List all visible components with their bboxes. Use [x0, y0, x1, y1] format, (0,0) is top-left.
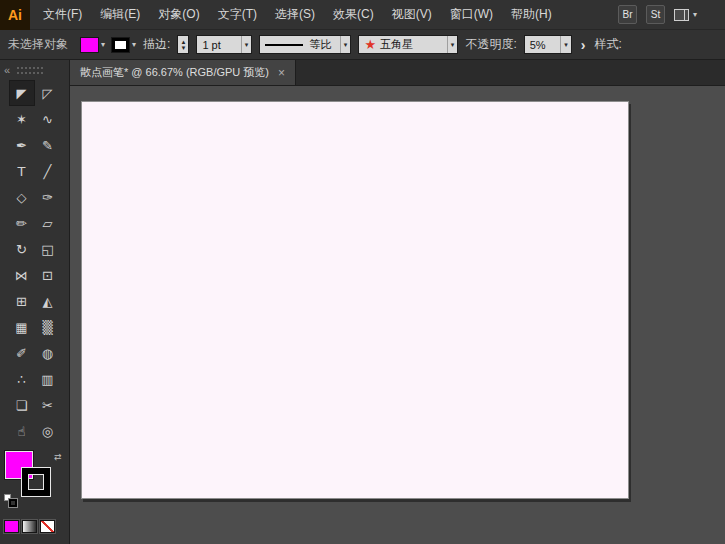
collapse-panel-icon[interactable]: « [4, 65, 10, 76]
line-segment-tool[interactable]: ╱ [35, 158, 61, 184]
chevron-down-icon: ▾ [101, 40, 105, 49]
menu-items: 文件(F)编辑(E)对象(O)文字(T)选择(S)效果(C)视图(V)窗口(W)… [34, 0, 561, 29]
scale-tool-icon: ◱ [41, 243, 53, 256]
brush-name: 五角星 [380, 37, 413, 52]
eraser-tool-icon: ▱ [43, 217, 53, 230]
stroke-color-swatch-small [112, 38, 129, 52]
stroke-color-picker[interactable]: ▾ [112, 38, 136, 52]
paint-mode-buttons [0, 512, 69, 533]
swap-colors-icon[interactable]: ⇄ [54, 452, 62, 462]
shaper-tool[interactable]: ✏ [9, 210, 35, 236]
column-graph-tool[interactable]: ▥ [35, 366, 61, 392]
menu-item-6[interactable]: 效果(C) [324, 0, 383, 29]
type-tool[interactable]: T [9, 158, 35, 184]
width-tool-icon: ⋈ [15, 269, 28, 282]
menu-bar: Ai 文件(F)编辑(E)对象(O)文字(T)选择(S)效果(C)视图(V)窗口… [0, 0, 725, 30]
tool-grid: ◤◸✶∿✒✎T╱◇✑✏▱↻◱⋈⊡⊞◭▦▒✐◍∴▥❏✂☝◎ [0, 80, 69, 444]
default-colors-icon[interactable] [4, 494, 18, 508]
mesh-tool[interactable]: ▦ [9, 314, 35, 340]
artboard[interactable] [81, 101, 629, 499]
pasteboard[interactable] [70, 86, 725, 544]
rotate-tool-icon: ↻ [16, 243, 27, 256]
column-graph-tool-icon: ▥ [41, 373, 53, 386]
shape-builder-tool[interactable]: ⊞ [9, 288, 35, 314]
gradient-tool[interactable]: ▒ [35, 314, 61, 340]
eraser-tool[interactable]: ▱ [35, 210, 61, 236]
width-profile-value: 等比 [309, 37, 331, 52]
magic-wand-tool[interactable]: ✶ [9, 106, 35, 132]
stroke-width-combo[interactable]: 1 pt ▾ [196, 35, 252, 54]
polygon-shape-tool[interactable]: ◇ [9, 184, 35, 210]
direct-selection-tool-icon: ◸ [43, 87, 53, 100]
tools-panel-header: « [0, 60, 69, 80]
opacity-combo[interactable]: 5% ▾ [524, 35, 572, 54]
selection-tool[interactable]: ◤ [9, 80, 35, 106]
eyedropper-tool-icon: ✐ [16, 347, 27, 360]
polygon-shape-tool-icon: ◇ [17, 191, 27, 204]
main-area: « ◤◸✶∿✒✎T╱◇✑✏▱↻◱⋈⊡⊞◭▦▒✐◍∴▥❏✂☝◎ ⇄ 散点画笔* @… [0, 60, 725, 544]
menu-item-4[interactable]: 文字(T) [209, 0, 266, 29]
chevron-down-icon: ▾ [693, 10, 697, 19]
chevron-down-icon: ▾ [560, 36, 571, 53]
symbol-sprayer-tool[interactable]: ∴ [9, 366, 35, 392]
menu-item-8[interactable]: 窗口(W) [441, 0, 502, 29]
stroke-color-swatch[interactable] [22, 468, 50, 496]
menu-item-5[interactable]: 选择(S) [266, 0, 324, 29]
workspace-switcher[interactable]: ▾ [674, 9, 697, 21]
slice-tool[interactable]: ✂ [35, 392, 61, 418]
blend-tool-icon: ◍ [42, 347, 53, 360]
menubar-right: Br St ▾ [618, 5, 725, 24]
menu-item-2[interactable]: 编辑(E) [91, 0, 149, 29]
shaper-tool-icon: ✏ [16, 217, 27, 230]
workspace-icon [674, 9, 689, 21]
direct-selection-tool[interactable]: ◸ [35, 80, 61, 106]
symbol-sprayer-tool-icon: ∴ [17, 373, 25, 386]
app-logo[interactable]: Ai [0, 0, 30, 30]
none-mode-button[interactable] [40, 520, 55, 533]
hand-tool[interactable]: ☝ [9, 418, 35, 444]
selection-status: 未选择对象 [8, 36, 68, 53]
menu-item-9[interactable]: 帮助(H) [502, 0, 561, 29]
document-tab[interactable]: 散点画笔* @ 66.67% (RGB/GPU 预览) × [70, 60, 296, 85]
chevron-down-icon: ▾ [132, 40, 136, 49]
blend-tool[interactable]: ◍ [35, 340, 61, 366]
shape-builder-tool-icon: ⊞ [16, 295, 27, 308]
fill-color-picker[interactable]: ▾ [81, 38, 105, 52]
curvature-tool[interactable]: ✎ [35, 132, 61, 158]
artboard-tool[interactable]: ❏ [9, 392, 35, 418]
pen-tool[interactable]: ✒ [9, 132, 35, 158]
menu-item-7[interactable]: 视图(V) [383, 0, 441, 29]
close-icon[interactable]: × [278, 67, 285, 79]
gradient-tool-icon: ▒ [43, 321, 53, 334]
scale-tool[interactable]: ◱ [35, 236, 61, 262]
width-profile-combo[interactable]: 等比 ▾ [259, 35, 351, 54]
menu-item-3[interactable]: 对象(O) [149, 0, 208, 29]
stroke-profile-line [265, 44, 303, 46]
stroke-width-stepper[interactable]: ▲ ▼ [177, 35, 189, 54]
lasso-tool[interactable]: ∿ [35, 106, 61, 132]
opacity-label: 不透明度: [465, 36, 516, 53]
panel-grip-handle[interactable] [17, 67, 43, 74]
bridge-button[interactable]: Br [618, 5, 637, 24]
opacity-options-chevron[interactable]: › [579, 37, 588, 53]
perspective-grid-tool[interactable]: ◭ [35, 288, 61, 314]
brush-definition-combo[interactable]: ★ 五角星 ▾ [358, 35, 458, 54]
width-tool[interactable]: ⋈ [9, 262, 35, 288]
stepper-down-icon[interactable]: ▼ [180, 45, 186, 51]
curvature-tool-icon: ✎ [42, 139, 53, 152]
free-transform-tool[interactable]: ⊡ [35, 262, 61, 288]
fill-stroke-controls: ⇄ [0, 450, 69, 512]
zoom-tool[interactable]: ◎ [35, 418, 61, 444]
mesh-tool-icon: ▦ [15, 321, 27, 334]
rotate-tool[interactable]: ↻ [9, 236, 35, 262]
menu-item-1[interactable]: 文件(F) [34, 0, 91, 29]
selection-tool-icon: ◤ [17, 87, 27, 100]
stroke-label: 描边: [143, 36, 170, 53]
color-mode-button[interactable] [4, 520, 19, 533]
free-transform-tool-icon: ⊡ [42, 269, 53, 282]
stock-button[interactable]: St [646, 5, 665, 24]
eyedropper-tool[interactable]: ✐ [9, 340, 35, 366]
line-segment-tool-icon: ╱ [44, 165, 52, 178]
paintbrush-tool[interactable]: ✑ [35, 184, 61, 210]
gradient-mode-button[interactable] [22, 520, 37, 533]
